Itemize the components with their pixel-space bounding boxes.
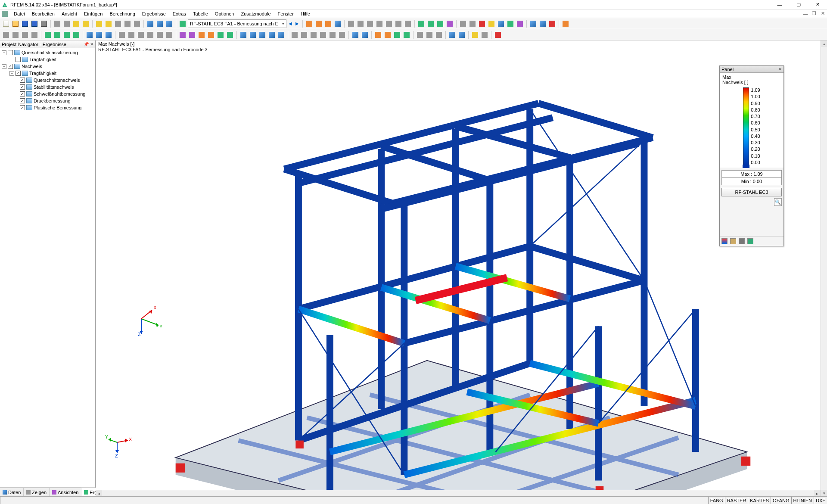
- t2-3[interactable]: [21, 31, 29, 39]
- maximize-button[interactable]: ▢: [789, 0, 808, 9]
- status-dxf[interactable]: DXF: [814, 497, 827, 504]
- tree-toggle-icon[interactable]: −: [2, 50, 6, 55]
- tb-r24[interactable]: [538, 19, 547, 28]
- t2-24[interactable]: [239, 31, 248, 39]
- tree-tragfaehigkeit-2[interactable]: − Tragfähigkeit: [0, 70, 95, 77]
- t2-5[interactable]: [44, 31, 52, 39]
- tb-print[interactable]: [40, 19, 48, 28]
- status-fang[interactable]: FANG: [708, 497, 725, 504]
- tree-querschnitt[interactable]: − Querschnittsklassifizierung: [0, 49, 95, 56]
- tb-save[interactable]: [21, 19, 29, 28]
- t2-43[interactable]: [435, 31, 443, 39]
- panel-tab-colors-icon[interactable]: [721, 238, 728, 244]
- panel-module-button[interactable]: RF-STAHL EC3: [721, 188, 782, 196]
- tree-leaf-4[interactable]: Plastische Bemessung: [0, 104, 95, 111]
- tree-checkbox[interactable]: [20, 84, 25, 90]
- tb-redo[interactable]: [81, 19, 90, 28]
- tb-r26[interactable]: [561, 19, 570, 28]
- status-raster[interactable]: RASTER: [725, 497, 748, 504]
- t2-14[interactable]: [137, 31, 145, 39]
- tb-r11[interactable]: [404, 19, 412, 28]
- nav-tab-zeigen[interactable]: Zeigen: [24, 488, 50, 496]
- menu-extras[interactable]: Extras: [169, 10, 190, 17]
- t2-42[interactable]: [425, 31, 434, 39]
- t2-2[interactable]: [11, 31, 20, 39]
- t2-7[interactable]: [62, 31, 71, 39]
- tb-r10[interactable]: [394, 19, 403, 28]
- tb-r19[interactable]: [487, 19, 496, 28]
- tb-paste[interactable]: [62, 19, 71, 28]
- tb-r16[interactable]: [459, 19, 467, 28]
- tree-checkbox[interactable]: [8, 50, 13, 55]
- tree-checkbox[interactable]: [20, 98, 25, 103]
- t2-41[interactable]: [416, 31, 424, 39]
- menu-zusatzmodule[interactable]: Zusatzmodule: [238, 10, 274, 17]
- t2-16[interactable]: [155, 31, 164, 39]
- mdi-restore-button[interactable]: ❐: [810, 10, 818, 18]
- minimize-button[interactable]: —: [770, 0, 789, 9]
- menu-bearbeiten[interactable]: Bearbeiten: [28, 10, 58, 17]
- t2-39[interactable]: [393, 31, 401, 39]
- menu-ansicht[interactable]: Ansicht: [58, 10, 81, 17]
- results-panel[interactable]: Panel ✕ Max Nachweis [-] 1.09 1.00 0.90 …: [719, 65, 784, 246]
- tree-checkbox[interactable]: [20, 105, 25, 110]
- t2-45[interactable]: [457, 31, 466, 39]
- t2-46[interactable]: [471, 31, 479, 39]
- tb-zoom-fit[interactable]: [123, 19, 132, 28]
- t2-35[interactable]: [351, 31, 360, 39]
- menu-ergebnisse[interactable]: Ergebnisse: [139, 10, 169, 17]
- menu-datei[interactable]: Datei: [10, 10, 28, 17]
- t2-1[interactable]: [2, 31, 10, 39]
- nav-tab-daten[interactable]: Daten: [0, 488, 24, 496]
- t2-28[interactable]: [277, 31, 286, 39]
- menu-berechnung[interactable]: Berechnung: [106, 10, 138, 17]
- tb-grid3[interactable]: [165, 19, 174, 28]
- t2-19[interactable]: [188, 31, 196, 39]
- tb-r22[interactable]: [516, 19, 524, 28]
- t2-17[interactable]: [165, 31, 174, 39]
- mdi-close-button[interactable]: ✕: [818, 10, 827, 18]
- t2-12[interactable]: [118, 31, 126, 39]
- menu-optionen[interactable]: Optionen: [211, 10, 238, 17]
- tree-checkbox[interactable]: [20, 78, 25, 83]
- panel-titlebar[interactable]: Panel ✕: [720, 66, 783, 73]
- tb-grid1[interactable]: [146, 19, 155, 28]
- tb-copy[interactable]: [53, 19, 62, 28]
- viewport-hscroll[interactable]: ◂ ▸: [96, 490, 821, 496]
- t2-8[interactable]: [72, 31, 81, 39]
- t2-18[interactable]: [178, 31, 187, 39]
- tb-pan[interactable]: [133, 19, 141, 28]
- t2-27[interactable]: [267, 31, 276, 39]
- panel-tab-4-icon[interactable]: [747, 238, 753, 244]
- t2-29[interactable]: [290, 31, 299, 39]
- tb-r8[interactable]: [375, 19, 384, 28]
- module-next[interactable]: ▶: [294, 19, 300, 28]
- tb-r2[interactable]: [314, 19, 323, 28]
- menu-fenster[interactable]: Fenster: [274, 10, 297, 17]
- tb-r1[interactable]: [305, 19, 314, 28]
- close-button[interactable]: ✕: [808, 0, 827, 9]
- tb-r25[interactable]: [548, 19, 557, 28]
- scroll-left-icon[interactable]: ◂: [96, 490, 102, 496]
- model-viewport[interactable]: Max Nachweis [-] RF-STAHL EC3 FA1 - Beme…: [96, 40, 827, 496]
- tb-r20[interactable]: [497, 19, 505, 28]
- t2-32[interactable]: [319, 31, 327, 39]
- tree-toggle-icon[interactable]: −: [9, 71, 14, 76]
- tree-leaf-3[interactable]: Druckbemessung: [0, 97, 95, 104]
- tb-saveall[interactable]: [30, 19, 39, 28]
- tree-leaf-1[interactable]: Stabilitätsnachweis: [0, 84, 95, 90]
- tb-module-icon[interactable]: [178, 19, 187, 28]
- t2-44[interactable]: [448, 31, 457, 39]
- t2-38[interactable]: [383, 31, 392, 39]
- module-combo[interactable]: RF-STAHL EC3 FA1 - Bemessung nach E: [188, 19, 286, 28]
- tree-leaf-0[interactable]: Querschnittsnachweis: [0, 77, 95, 84]
- t2-33[interactable]: [328, 31, 337, 39]
- t2-15[interactable]: [146, 31, 155, 39]
- tb-open[interactable]: [11, 19, 20, 28]
- tb-r3[interactable]: [324, 19, 333, 28]
- status-kartes[interactable]: KARTES: [748, 497, 771, 504]
- tree-checkbox[interactable]: [16, 57, 21, 62]
- t2-11[interactable]: [104, 31, 113, 39]
- tree-nachweis[interactable]: − Nachweis: [0, 63, 95, 70]
- tb-r23[interactable]: [529, 19, 538, 28]
